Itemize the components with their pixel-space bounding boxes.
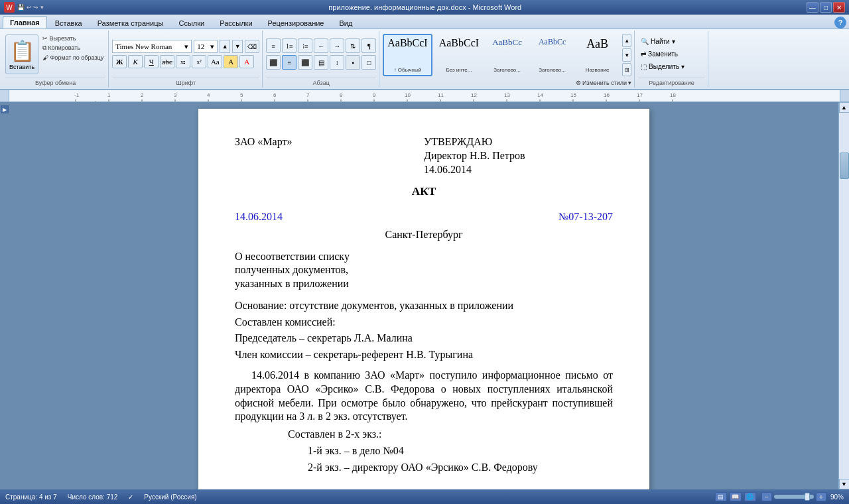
- approve-label: УТВЕРЖДАЮ: [424, 135, 613, 149]
- svg-text:16: 16: [604, 92, 610, 98]
- decrease-indent-button[interactable]: ←: [314, 38, 328, 53]
- ruler: -1 1 2 3 4 5 6 7 8 9 10 11 12: [0, 90, 849, 102]
- title-bar-controls: — □ ✕: [807, 2, 845, 13]
- style-heading2[interactable]: AaBbCc Заголово...: [531, 34, 574, 76]
- paste-button[interactable]: 📋 Вставить: [5, 34, 38, 74]
- subject-line3: указанных в приложении: [235, 277, 613, 291]
- copy2-text: 2-й экз. – директору ОАО «Эрсико» С.В. Ф…: [308, 461, 613, 475]
- numbering-button[interactable]: 1≡: [282, 38, 296, 53]
- font-name-input[interactable]: Times New Roman ▾: [112, 40, 192, 53]
- menu-tab-layout[interactable]: Разметка страницы: [90, 17, 171, 29]
- change-styles-button[interactable]: ⚙ Изменить стили ▾: [576, 80, 631, 86]
- svg-text:2: 2: [141, 92, 144, 98]
- align-center-button[interactable]: ≡: [282, 55, 296, 70]
- find-button[interactable]: 🔍 Найти ▾: [638, 36, 687, 46]
- style-heading1-label: Заголово...: [493, 67, 521, 73]
- zoom-control: − + 90%: [761, 492, 844, 501]
- doc-org-name: ЗАО «Март»: [235, 135, 386, 176]
- view-reading-button[interactable]: 📖: [730, 492, 742, 501]
- close-button[interactable]: ✕: [833, 2, 845, 13]
- scroll-down-button[interactable]: ▼: [839, 479, 850, 489]
- styles-more-button[interactable]: ⊞: [622, 63, 631, 76]
- line-spacing-button[interactable]: ↕: [330, 55, 344, 70]
- status-right: ▤ 📖 🌐 − + 90%: [715, 492, 844, 501]
- font-size-decrease-button[interactable]: ▼: [232, 40, 243, 53]
- underline-button[interactable]: Ч: [144, 55, 159, 68]
- document-page[interactable]: ЗАО «Март» УТВЕРЖДАЮ Директор Н.В. Петро…: [198, 109, 649, 489]
- font-size-input[interactable]: 12 ▾: [194, 40, 218, 53]
- svg-rect-0: [9, 90, 840, 101]
- document-area[interactable]: ЗАО «Март» УТВЕРЖДАЮ Директор Н.В. Петро…: [9, 102, 838, 489]
- spell-check-icon[interactable]: ✓: [128, 493, 133, 501]
- menu-tab-insert[interactable]: Вставка: [48, 17, 90, 29]
- menu-bar: Главная Вставка Разметка страницы Ссылки…: [0, 15, 849, 29]
- scroll-up-button[interactable]: ▲: [839, 102, 850, 113]
- view-normal-button[interactable]: ▤: [715, 492, 727, 501]
- multilevel-list-button[interactable]: ⁝≡: [298, 38, 312, 53]
- zoom-out-button[interactable]: −: [761, 492, 772, 501]
- style-title[interactable]: АаВ Название: [576, 34, 619, 76]
- align-right-button[interactable]: ⬛: [298, 55, 312, 70]
- scroll-track[interactable]: [839, 113, 850, 479]
- subscript-button[interactable]: x₂: [176, 55, 190, 68]
- format-painter-button[interactable]: 🖌 Формат по образцу: [40, 54, 105, 62]
- style-title-label: Название: [586, 67, 610, 73]
- vertical-scrollbar[interactable]: ▲ ▼: [838, 102, 849, 489]
- styles-down-button[interactable]: ▼: [622, 48, 631, 62]
- strikethrough-button[interactable]: abc: [160, 55, 174, 68]
- composed-count: Составлен в 2-х экз.:: [288, 428, 613, 442]
- border-button[interactable]: □: [361, 55, 376, 70]
- svg-text:7: 7: [306, 92, 310, 98]
- sig1-sign: Подпись: [367, 488, 481, 489]
- cut-button[interactable]: ✂ Вырезать: [40, 34, 105, 42]
- ribbon-font-group: Times New Roman ▾ 12 ▾ ▲ ▼ ⌫ Ж К Ч abc: [109, 31, 263, 88]
- style-heading1[interactable]: AaBbCc Заголово...: [486, 34, 529, 76]
- sort-button[interactable]: ⇅: [346, 38, 360, 53]
- menu-tab-view[interactable]: Вид: [332, 17, 360, 29]
- app-icon: W: [4, 2, 15, 13]
- svg-text:3: 3: [174, 92, 177, 98]
- svg-text:5: 5: [240, 92, 243, 98]
- view-web-button[interactable]: 🌐: [744, 492, 756, 501]
- zoom-in-button[interactable]: +: [816, 492, 826, 501]
- title-bar-title: приложение. информационные док.docx - Mi…: [44, 3, 807, 11]
- style-no-spacing[interactable]: AaBbCcI Без инте...: [434, 34, 484, 76]
- menu-tab-review[interactable]: Рецензирование: [261, 17, 332, 29]
- highlight-color-button[interactable]: А: [224, 55, 238, 68]
- zoom-thumb[interactable]: [805, 493, 810, 501]
- bold-button[interactable]: Ж: [112, 55, 127, 68]
- signatures-block: Председатель Член комиссии Подпись Подпи…: [235, 488, 613, 489]
- zoom-slider[interactable]: [774, 495, 814, 499]
- replace-button[interactable]: ⇄ Заменить: [638, 49, 687, 59]
- svg-text:18: 18: [670, 92, 676, 98]
- style-title-preview: АаВ: [586, 37, 608, 51]
- scroll-thumb[interactable]: [840, 153, 849, 179]
- copy-button[interactable]: ⧉ Копировать: [40, 44, 105, 52]
- font-size-increase-button[interactable]: ▲: [220, 40, 230, 53]
- shading-button[interactable]: ▪: [346, 55, 360, 70]
- maximize-button[interactable]: □: [820, 2, 832, 13]
- minimize-button[interactable]: —: [807, 2, 818, 13]
- styles-up-button[interactable]: ▲: [622, 34, 631, 47]
- increase-indent-button[interactable]: →: [330, 38, 344, 53]
- help-button[interactable]: ?: [834, 15, 846, 29]
- svg-text:17: 17: [637, 92, 643, 98]
- font-color-button[interactable]: А: [239, 55, 254, 68]
- font-name-dropdown-icon: ▾: [184, 42, 188, 51]
- align-left-button[interactable]: ⬛: [266, 55, 281, 70]
- ribbon-paragraph-group: ≡ 1≡ ⁝≡ ← → ⇅ ¶ ⬛ ≡ ⬛ ▤ ↕ ▪ □: [263, 31, 379, 88]
- doc-header: ЗАО «Март» УТВЕРЖДАЮ Директор Н.В. Петро…: [235, 135, 613, 176]
- style-normal[interactable]: AaBbCcI ↑ Обычный: [383, 34, 432, 76]
- status-bar: Страница: 4 из 7 Число слов: 712 ✓ Русск…: [0, 489, 849, 504]
- italic-button[interactable]: К: [128, 55, 143, 68]
- justify-button[interactable]: ▤: [314, 55, 328, 70]
- menu-tab-mailings[interactable]: Рассылки: [212, 17, 259, 29]
- menu-tab-home[interactable]: Главная: [3, 16, 47, 29]
- superscript-button[interactable]: x²: [192, 55, 206, 68]
- bullets-button[interactable]: ≡: [266, 38, 281, 53]
- show-hide-button[interactable]: ¶: [361, 38, 376, 53]
- clear-format-button[interactable]: ⌫: [245, 40, 259, 53]
- select-button[interactable]: ⬚ Выделить ▾: [638, 62, 687, 72]
- text-case-button[interactable]: Аа: [208, 55, 222, 68]
- menu-tab-references[interactable]: Ссылки: [171, 17, 212, 29]
